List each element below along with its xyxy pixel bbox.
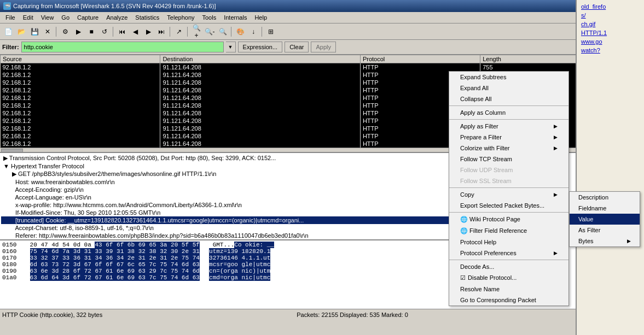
toolbar-start[interactable]: ▶ bbox=[72, 26, 84, 38]
toolbar-sep-4 bbox=[187, 27, 188, 37]
ctx-disable-proto[interactable]: ☑Disable Protocol... bbox=[449, 272, 568, 284]
cell-source: 92.168.1.2 bbox=[1, 63, 160, 72]
toolbar-zoom-reset[interactable]: 🔍 bbox=[217, 26, 229, 38]
menu-help[interactable]: Help bbox=[251, 13, 270, 22]
sub-bytes[interactable]: Bytes ▶ bbox=[570, 236, 640, 246]
sub-bytes-arrow: ▶ bbox=[627, 238, 631, 244]
menu-view[interactable]: View bbox=[38, 13, 57, 22]
ctx-sep-1 bbox=[449, 105, 568, 106]
menu-bar: File Edit View Go Capture Analyze Statis… bbox=[0, 12, 644, 23]
col-length: Length bbox=[480, 55, 581, 63]
ctx-apply-as-filter[interactable]: Apply as Filter ▶ bbox=[449, 121, 568, 132]
sub-value[interactable]: Value bbox=[570, 214, 640, 225]
ctx-go-packet[interactable]: Go to Corresponding Packet bbox=[449, 295, 568, 305]
ctx-arrow-prefs: ▶ bbox=[554, 250, 558, 256]
ctx-filter-ref[interactable]: 🌐 Filter Field Reference bbox=[449, 225, 568, 237]
toolbar-sep-3 bbox=[170, 27, 171, 37]
ctx-arrow-filter: ▶ bbox=[554, 124, 558, 129]
apply-button[interactable]: Apply bbox=[311, 42, 336, 52]
toolbar-zoom-in[interactable]: 🔍+ bbox=[190, 26, 202, 38]
ctx-decode-as[interactable]: Decode As... bbox=[449, 261, 568, 272]
ctx-colorize-filter[interactable]: Colorize with Filter ▶ bbox=[449, 143, 568, 154]
col-destination: Destination bbox=[160, 55, 361, 63]
ctx-expand-all[interactable]: Expand All bbox=[449, 83, 568, 93]
filter-input[interactable] bbox=[21, 42, 224, 52]
toolbar-new[interactable]: 📄 bbox=[2, 26, 14, 38]
filter-bar: Filter: ▼ Expression... Clear Apply bbox=[0, 40, 644, 55]
right-link-6[interactable]: watch? bbox=[579, 46, 642, 55]
toolbar-scroll-end[interactable]: ⏭ bbox=[155, 26, 167, 38]
toolbar-colorize[interactable]: 🎨 bbox=[234, 26, 246, 38]
menu-edit[interactable]: Edit bbox=[20, 13, 37, 22]
toolbar-resize[interactable]: ⊞ bbox=[265, 26, 277, 38]
cell-proto: HTTP bbox=[360, 63, 480, 72]
toolbar: 📄 📂 💾 ✕ ⚙ ▶ ■ ↺ ⏮ ◀ ▶ ⏭ ↗ 🔍+ 🔍- 🔍 🎨 ↓ ⊞ bbox=[0, 23, 644, 40]
toolbar-auto-scroll[interactable]: ↓ bbox=[247, 26, 259, 38]
title-bar: 🦈 Capturing from Microsoft [Wireshark 1.… bbox=[0, 0, 644, 12]
ctx-export-bytes[interactable]: Export Selected Packet Bytes... bbox=[449, 200, 568, 211]
toolbar-capture-options[interactable]: ⚙ bbox=[59, 26, 71, 38]
right-link-4[interactable]: HTTP/1.1 bbox=[579, 28, 642, 37]
menu-analyze[interactable]: Analyze bbox=[103, 13, 131, 22]
ctx-wiki[interactable]: 🌐 Wiki Protocol Page bbox=[449, 214, 568, 225]
toolbar-sep-2 bbox=[113, 27, 114, 37]
ctx-sep-2 bbox=[449, 119, 568, 120]
ctx-sep-3 bbox=[449, 187, 568, 188]
ctx-arrow-prepare: ▶ bbox=[554, 134, 558, 140]
filter-label: Filter: bbox=[2, 44, 19, 50]
table-row[interactable]: 92.168.1.2 91.121.64.208 HTTP 755 [TCP R… bbox=[1, 63, 635, 72]
toolbar-close[interactable]: ✕ bbox=[42, 26, 54, 38]
toolbar-prev[interactable]: ◀ bbox=[129, 26, 141, 38]
menu-telephony[interactable]: Telephony bbox=[164, 13, 198, 22]
menu-go[interactable]: Go bbox=[58, 13, 73, 22]
menu-tools[interactable]: Tools bbox=[199, 13, 220, 22]
toolbar-restart[interactable]: ↺ bbox=[98, 26, 111, 38]
menu-statistics[interactable]: Statistics bbox=[132, 13, 163, 22]
ctx-follow-udp[interactable]: Follow UDP Stream bbox=[449, 164, 568, 175]
sub-fieldname[interactable]: Fieldname bbox=[570, 203, 640, 214]
col-source: Source bbox=[1, 55, 160, 63]
right-link-5[interactable]: www.go bbox=[579, 37, 642, 46]
ctx-expand-subtrees[interactable]: Expand Subtrees bbox=[449, 72, 568, 83]
context-menu: Expand Subtrees Expand All Collapse All … bbox=[449, 71, 569, 306]
ctx-resolve-name[interactable]: Resolve Name bbox=[449, 284, 568, 295]
status-middle: Packets: 22155 Displayed: 535 Marked: 0 bbox=[297, 312, 408, 318]
ctx-follow-ssl[interactable]: Follow SSL Stream bbox=[449, 175, 568, 186]
menu-file[interactable]: File bbox=[2, 13, 19, 22]
title-text: Capturing from Microsoft [Wireshark 1.6.… bbox=[13, 3, 216, 9]
right-link-2[interactable]: s/ bbox=[579, 11, 642, 20]
toolbar-go-packet[interactable]: ↗ bbox=[173, 26, 185, 38]
col-protocol: Protocol bbox=[360, 55, 480, 63]
menu-capture[interactable]: Capture bbox=[74, 13, 102, 22]
menu-internals[interactable]: Internals bbox=[221, 13, 250, 22]
ctx-proto-help[interactable]: Protocol Help bbox=[449, 237, 568, 248]
expression-button[interactable]: Expression... bbox=[238, 42, 283, 52]
ctx-arrow-copy: ▶ bbox=[554, 192, 558, 197]
right-link-3[interactable]: ch.gif bbox=[579, 20, 642, 28]
toolbar-stop[interactable]: ■ bbox=[85, 26, 97, 38]
toolbar-zoom-out[interactable]: 🔍- bbox=[204, 26, 216, 38]
ctx-prepare-filter[interactable]: Prepare a Filter ▶ bbox=[449, 132, 568, 143]
toolbar-sep-5 bbox=[231, 27, 232, 37]
clear-button[interactable]: Clear bbox=[285, 42, 309, 52]
filter-dropdown-arrow[interactable]: ▼ bbox=[226, 42, 236, 52]
toolbar-open[interactable]: 📂 bbox=[15, 26, 27, 38]
ctx-collapse-all[interactable]: Collapse All bbox=[449, 93, 568, 104]
toolbar-scroll-back[interactable]: ⏮ bbox=[116, 26, 128, 38]
ctx-apply-as-column[interactable]: Apply as Column bbox=[449, 107, 568, 118]
sub-description[interactable]: Description bbox=[570, 192, 640, 203]
ctx-proto-prefs[interactable]: Protocol Preferences ▶ bbox=[449, 248, 568, 258]
cell-dest: 91.121.64.208 bbox=[160, 63, 361, 72]
ctx-copy[interactable]: Copy ▶ bbox=[449, 189, 568, 200]
sub-as-filter[interactable]: As Filter bbox=[570, 225, 640, 236]
cell-len: 755 bbox=[480, 63, 581, 72]
toolbar-next[interactable]: ▶ bbox=[142, 26, 154, 38]
right-link-1[interactable]: old_firefo bbox=[579, 2, 642, 11]
status-left: HTTP Cookie (http.cookie), 322 bytes bbox=[2, 312, 102, 318]
toolbar-sep-1 bbox=[56, 27, 57, 37]
ctx-sep-4 bbox=[449, 212, 568, 213]
ctx-follow-tcp[interactable]: Follow TCP Stream bbox=[449, 154, 568, 164]
toolbar-sep-6 bbox=[262, 27, 263, 37]
toolbar-save[interactable]: 💾 bbox=[28, 26, 40, 38]
sub-context-menu-copy: Description Fieldname Value As Filter By… bbox=[569, 191, 640, 247]
